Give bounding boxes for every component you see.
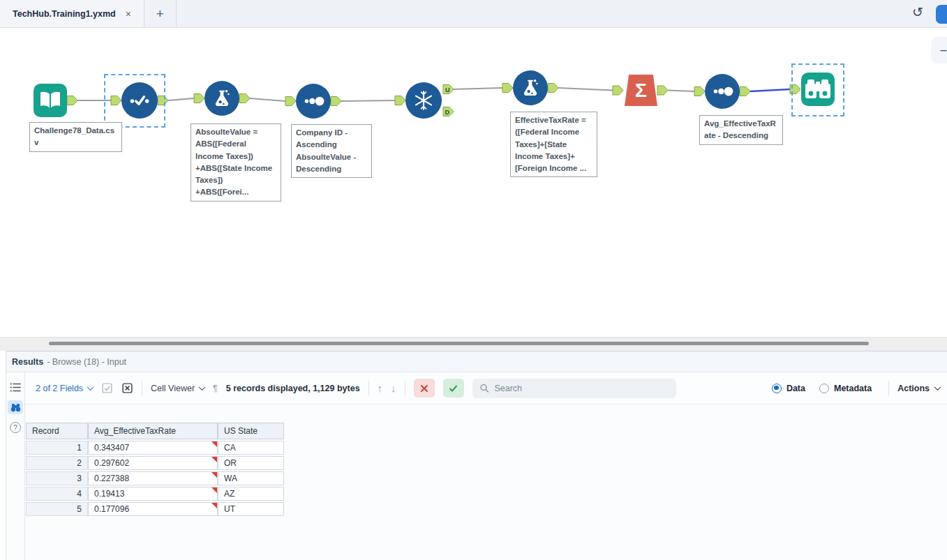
annotation-input[interactable]: Challenge78_Data.csv bbox=[29, 122, 122, 152]
fields-dropdown[interactable]: 2 of 2 Fields bbox=[36, 384, 93, 393]
input-anchor[interactable] bbox=[194, 94, 204, 103]
state-cell[interactable]: UT bbox=[218, 502, 284, 516]
unique-output-label: U bbox=[445, 86, 450, 93]
input-anchor[interactable] bbox=[395, 96, 405, 105]
new-tab-button[interactable]: + bbox=[144, 0, 177, 27]
output-anchor[interactable] bbox=[239, 94, 250, 103]
record-cell[interactable]: 5 bbox=[26, 502, 88, 516]
connection[interactable] bbox=[668, 91, 694, 92]
move-up-button[interactable]: ↑ bbox=[378, 382, 383, 394]
state-cell[interactable]: CA bbox=[218, 441, 284, 455]
tool-summarize[interactable]: Σ bbox=[625, 75, 657, 106]
connection-selected[interactable] bbox=[750, 89, 790, 91]
tab-workflow[interactable]: TechHub.Training1.yxmd × bbox=[0, 0, 144, 27]
x-icon bbox=[420, 384, 428, 393]
duplicate-output-label: D bbox=[445, 109, 450, 116]
help-icon[interactable]: ? bbox=[10, 422, 21, 433]
tool-select[interactable] bbox=[121, 82, 158, 119]
output-anchor[interactable] bbox=[67, 96, 77, 105]
radio-selected-icon bbox=[772, 384, 782, 393]
sigma-icon: Σ bbox=[635, 80, 647, 102]
value-cell[interactable]: 0.177096 bbox=[88, 502, 218, 516]
apply-button[interactable] bbox=[443, 379, 464, 398]
canvas-horizontal-scrollbar bbox=[0, 337, 947, 351]
results-table-body: 10.343407CA20.297602OR30.227388WA40.1941… bbox=[26, 441, 284, 516]
output-anchor[interactable] bbox=[331, 97, 341, 106]
scrollbar-thumb[interactable] bbox=[49, 342, 869, 345]
value-cell[interactable]: 0.19413 bbox=[88, 487, 218, 501]
value-cell[interactable]: 0.343407 bbox=[88, 441, 218, 455]
annotation-sort-1[interactable]: Company ID - Ascending AbsoulteValue - D… bbox=[291, 124, 372, 178]
connection[interactable] bbox=[454, 88, 502, 89]
search-input[interactable] bbox=[494, 384, 669, 393]
input-anchor[interactable] bbox=[694, 87, 705, 96]
connection[interactable] bbox=[341, 100, 395, 101]
tool-input-data[interactable] bbox=[33, 84, 67, 117]
output-anchor[interactable] bbox=[548, 84, 558, 93]
browse-view-button[interactable] bbox=[8, 400, 23, 414]
record-cell[interactable]: 3 bbox=[26, 471, 88, 485]
input-anchor[interactable] bbox=[285, 97, 296, 106]
tab-bar: TechHub.Training1.yxmd × + ↺ bbox=[0, 0, 947, 28]
history-icon[interactable]: ↺ bbox=[912, 4, 923, 20]
state-cell[interactable]: WA bbox=[218, 471, 284, 485]
annotation-sort-2[interactable]: Avg_EffectiveTaxRate - Descending bbox=[699, 115, 783, 145]
move-down-button[interactable]: ↓ bbox=[391, 382, 396, 394]
view-mode-radios: Data Metadata bbox=[772, 384, 872, 393]
select-all-checkbox-icon[interactable] bbox=[101, 382, 113, 394]
table-row[interactable]: 20.297602OR bbox=[26, 456, 284, 470]
table-row[interactable]: 10.343407CA bbox=[26, 441, 284, 455]
sort-dots-icon bbox=[710, 80, 734, 103]
table-row[interactable]: 40.19413AZ bbox=[26, 487, 284, 501]
actions-dropdown[interactable]: Actions bbox=[897, 384, 940, 393]
separator bbox=[888, 381, 889, 396]
tool-sort-1[interactable] bbox=[296, 84, 331, 119]
connection[interactable] bbox=[168, 98, 194, 100]
results-icon-rail: ? bbox=[6, 372, 25, 560]
separator bbox=[405, 381, 405, 396]
value-cell[interactable]: 0.297602 bbox=[88, 456, 218, 470]
input-anchor[interactable] bbox=[502, 84, 513, 93]
table-row[interactable]: 50.177096UT bbox=[26, 502, 284, 516]
output-anchor[interactable] bbox=[740, 87, 750, 96]
output-anchor[interactable] bbox=[657, 86, 668, 95]
state-cell[interactable]: AZ bbox=[218, 487, 284, 501]
tool-formula-1[interactable] bbox=[204, 81, 239, 116]
results-header: Results - Browse (18) - Input bbox=[6, 351, 947, 372]
tool-browse[interactable] bbox=[801, 73, 835, 106]
connection[interactable] bbox=[558, 88, 613, 91]
state-cell[interactable]: OR bbox=[218, 456, 284, 470]
radio-metadata[interactable]: Metadata bbox=[819, 384, 872, 393]
workflow-canvas[interactable]: U D bbox=[0, 28, 947, 337]
whitespace-toggle[interactable]: ¶ bbox=[213, 384, 218, 393]
deselect-all-checkbox-icon[interactable] bbox=[121, 382, 133, 394]
records-info: 5 records displayed, 1,129 bytes bbox=[226, 384, 360, 393]
input-anchor[interactable] bbox=[613, 86, 623, 95]
column-header-avg-effective-tax-rate[interactable]: Avg_EffectiveTaxRate bbox=[88, 423, 218, 439]
record-cell[interactable]: 2 bbox=[26, 456, 88, 470]
table-header-row: Record Avg_EffectiveTaxRate US State bbox=[26, 423, 284, 439]
table-row[interactable]: 30.227388WA bbox=[26, 471, 284, 485]
connection[interactable] bbox=[250, 98, 285, 101]
canvas-collapse-button[interactable]: – bbox=[931, 37, 947, 63]
results-table-area: Record Avg_EffectiveTaxRate US State 10.… bbox=[25, 404, 947, 517]
list-view-icon[interactable] bbox=[10, 382, 22, 393]
tool-sort-2[interactable] bbox=[705, 74, 740, 109]
column-header-record[interactable]: Record bbox=[26, 423, 88, 439]
tool-formula-2[interactable] bbox=[513, 70, 548, 105]
run-button[interactable] bbox=[936, 5, 947, 24]
column-header-us-state[interactable]: US State bbox=[218, 423, 284, 439]
tab-close-icon[interactable]: × bbox=[126, 8, 131, 20]
value-cell[interactable]: 0.227388 bbox=[88, 471, 218, 485]
annotation-formula-1[interactable]: AbsoulteValue = ABS([Federal Income Taxe… bbox=[191, 123, 281, 202]
clear-filter-button[interactable] bbox=[414, 379, 435, 398]
radio-data[interactable]: Data bbox=[772, 384, 805, 393]
binoculars-icon bbox=[801, 73, 835, 106]
search-box[interactable] bbox=[472, 379, 676, 398]
minus-icon: – bbox=[941, 44, 947, 56]
tool-unique[interactable] bbox=[405, 82, 442, 119]
record-cell[interactable]: 4 bbox=[26, 487, 88, 501]
record-cell[interactable]: 1 bbox=[26, 441, 88, 455]
annotation-formula-2[interactable]: EffectiveTaxRate = ([Federal Income Taxe… bbox=[510, 112, 597, 177]
cell-viewer-dropdown[interactable]: Cell Viewer bbox=[151, 384, 204, 393]
